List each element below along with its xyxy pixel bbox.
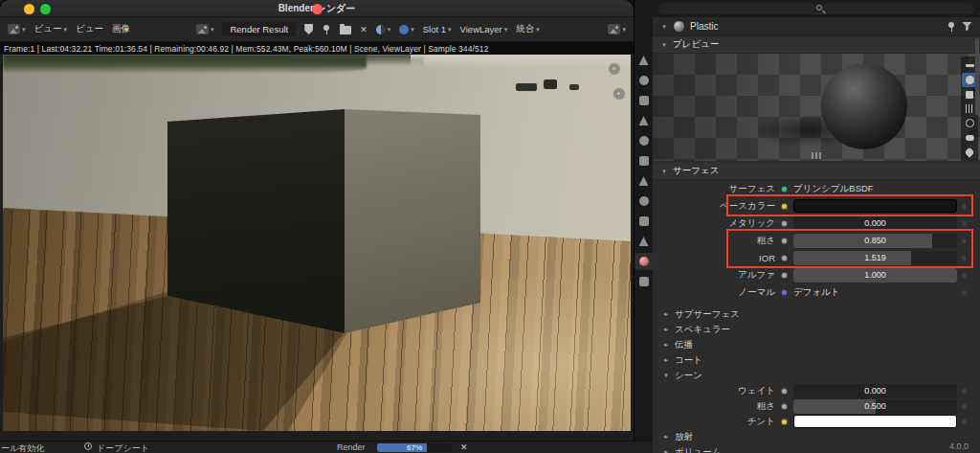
open-image-icon[interactable]: [340, 26, 351, 34]
window-titlebar[interactable]: Blender レンダー: [0, 0, 634, 17]
vector-socket-icon: [781, 289, 788, 296]
section-surface[interactable]: ▾ サーフェス: [653, 163, 980, 180]
decorator-icon[interactable]: [962, 389, 967, 394]
properties-panel: ▾ Plastic ▾ プレビュー: [653, 0, 980, 453]
tab-physics-properties[interactable]: [635, 233, 653, 250]
alpha-slider[interactable]: 1.000: [793, 268, 957, 283]
properties-tab-strip: [634, 0, 653, 441]
material-preview: [653, 54, 980, 161]
screen: Blender レンダー ▾ ビュー ▾ ビュー 画像 ▾ Render Res…: [0, 0, 980, 453]
tab-modifier-properties[interactable]: [635, 193, 653, 210]
image-icon: [196, 24, 209, 34]
view-layer-icon: [639, 116, 649, 125]
section-specular[interactable]: ▸ スペキュラー: [653, 322, 980, 337]
zoom-window-button[interactable]: [40, 4, 51, 14]
menu-image[interactable]: 画像: [112, 23, 130, 35]
tab-material-properties[interactable]: [635, 253, 653, 270]
chevron-down-icon: ▾: [411, 26, 414, 34]
move-gizmo-icon[interactable]: [612, 87, 626, 101]
image-name-field[interactable]: Render Result: [222, 22, 296, 36]
preview-fluid-button[interactable]: [962, 145, 977, 159]
decorator-icon[interactable]: [962, 221, 967, 226]
decorator-icon[interactable]: [962, 404, 967, 409]
unlink-image-icon[interactable]: ✕: [360, 25, 368, 34]
hair-icon: [966, 104, 973, 113]
tab-texture-properties[interactable]: [635, 273, 653, 290]
render-stats-text: Frame:1 | Last:04:32.21 Time:01:36.54 | …: [4, 44, 488, 54]
section-subsurface[interactable]: ▸ サブサーフェス: [653, 306, 980, 322]
editor-type-select[interactable]: ▾: [8, 24, 26, 34]
channels-icon: [399, 25, 409, 34]
preview-resize-grip[interactable]: [812, 152, 821, 159]
scene-debris: [544, 79, 557, 89]
display-settings-button[interactable]: ▾: [608, 24, 626, 34]
view-mode-select[interactable]: ビュー ▾: [34, 23, 67, 35]
dopesheet-editor-label[interactable]: ドープシート: [97, 442, 149, 453]
window-footer: [0, 431, 634, 441]
decorator-icon[interactable]: [962, 273, 967, 278]
tab-output-properties[interactable]: [635, 92, 653, 109]
minimize-window-button[interactable]: [24, 4, 34, 14]
addon-status-text: ール有効化: [1, 442, 44, 453]
flat-icon: [966, 64, 974, 67]
section-sheen[interactable]: ▾ シーン: [653, 368, 980, 383]
zoom-gizmo-icon[interactable]: [608, 62, 621, 76]
cancel-render-icon[interactable]: ✕: [460, 442, 468, 452]
tab-view-layer-properties[interactable]: [635, 112, 653, 129]
sheen-weight-slider[interactable]: 0.000: [793, 384, 957, 398]
rendered-image[interactable]: [3, 55, 631, 431]
fake-user-icon[interactable]: [304, 24, 313, 34]
render-properties-icon: [639, 76, 649, 85]
tool-icon: [639, 56, 649, 65]
section-preview[interactable]: ▾ プレビュー: [653, 36, 980, 54]
panel-closed-icon: ▸: [662, 356, 670, 364]
display-channels-toggle[interactable]: ▾: [399, 25, 414, 34]
image-browse-button[interactable]: ▾: [196, 24, 214, 34]
chevron-down-icon: ▾: [211, 26, 214, 34]
tab-tool[interactable]: [635, 52, 653, 69]
decorator-icon[interactable]: [962, 290, 967, 295]
decorator-icon[interactable]: [962, 419, 967, 424]
pin-image-icon[interactable]: [322, 25, 331, 34]
panel-closed-icon: ▸: [662, 433, 670, 441]
normal-field[interactable]: デフォルト: [793, 286, 957, 299]
scrollbar[interactable]: [975, 38, 979, 115]
tab-object-properties[interactable]: [635, 172, 653, 190]
material-sphere-icon: [674, 21, 684, 32]
menu-view[interactable]: ビュー: [76, 23, 103, 35]
shader-select[interactable]: プリンシプルBSDF: [793, 183, 957, 195]
sheen-tint-swatch[interactable]: [793, 415, 957, 428]
tab-particles-properties[interactable]: [635, 213, 653, 230]
pin-id-icon[interactable]: [947, 22, 956, 32]
preview-cloth-button[interactable]: [962, 130, 977, 145]
panel-open-icon: ▾: [660, 41, 668, 49]
tab-render-properties[interactable]: [635, 72, 653, 89]
alpha-row: アルファ 1.000: [653, 266, 980, 283]
view-layer-select[interactable]: ViewLayer ▾: [460, 24, 508, 34]
tab-world-properties[interactable]: [635, 152, 653, 170]
chevron-down-icon: ▾: [388, 26, 391, 34]
close-window-button[interactable]: [312, 4, 323, 14]
section-transmission[interactable]: ▸ 伝播: [653, 337, 980, 352]
sheen-roughness-row: 粗さ 0.500: [653, 398, 980, 414]
gizmo-toggle[interactable]: ▾: [376, 25, 391, 34]
sheen-roughness-slider[interactable]: 0.500: [793, 399, 957, 414]
progress-percent-text: 67%: [377, 443, 452, 452]
render-pass-select[interactable]: 統合 ▾: [516, 23, 540, 35]
panel-open-icon: ▾: [662, 372, 670, 379]
image-editor-header: ▾ ビュー ▾ ビュー 画像 ▾ Render Result ✕: [0, 17, 634, 42]
particles-icon: [639, 216, 649, 226]
chevron-down-icon: ▾: [536, 26, 540, 34]
section-coat[interactable]: ▸ コート: [653, 352, 980, 368]
sphere-icon: [966, 76, 974, 84]
scene-trees-2: [290, 55, 424, 66]
section-emission[interactable]: ▸ 放射: [653, 429, 980, 444]
fluid-icon: [964, 147, 974, 157]
tab-scene-properties[interactable]: [635, 132, 653, 149]
filter-icon[interactable]: [962, 22, 972, 32]
preview-shaderball-button[interactable]: [962, 116, 977, 130]
slot-select[interactable]: Slot 1 ▾: [423, 24, 452, 34]
section-volume[interactable]: ▸ ボリューム: [653, 444, 980, 453]
search-input[interactable]: [658, 3, 974, 14]
panel-closed-icon: ▸: [662, 448, 670, 453]
